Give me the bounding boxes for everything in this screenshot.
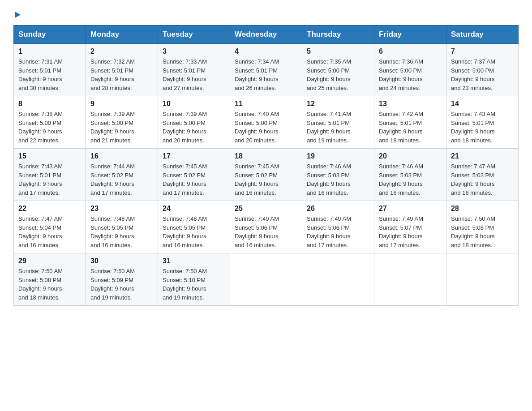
calendar-cell: 24Sunrise: 7:48 AMSunset: 5:05 PMDayligh… xyxy=(158,201,230,253)
calendar-cell: 16Sunrise: 7:44 AMSunset: 5:02 PMDayligh… xyxy=(86,149,158,201)
day-info: Sunrise: 7:44 AMSunset: 5:02 PMDaylight:… xyxy=(90,162,153,197)
day-info: Sunrise: 7:49 AMSunset: 5:06 PMDaylight:… xyxy=(307,214,369,249)
calendar-cell: 1Sunrise: 7:31 AMSunset: 5:01 PMDaylight… xyxy=(14,44,86,96)
day-info: Sunrise: 7:36 AMSunset: 5:00 PMDaylight:… xyxy=(379,57,442,92)
calendar-cell: 4Sunrise: 7:34 AMSunset: 5:01 PMDaylight… xyxy=(230,44,302,96)
calendar-cell xyxy=(230,253,302,306)
day-number: 16 xyxy=(90,152,153,160)
calendar-cell: 6Sunrise: 7:36 AMSunset: 5:00 PMDaylight… xyxy=(374,44,446,96)
week-row-3: 15Sunrise: 7:43 AMSunset: 5:01 PMDayligh… xyxy=(14,149,519,201)
day-info: Sunrise: 7:48 AMSunset: 5:05 PMDaylight:… xyxy=(90,214,153,249)
day-info: Sunrise: 7:35 AMSunset: 5:00 PMDaylight:… xyxy=(307,57,369,92)
day-number: 27 xyxy=(379,205,442,213)
day-info: Sunrise: 7:39 AMSunset: 5:00 PMDaylight:… xyxy=(90,110,153,145)
day-number: 10 xyxy=(163,100,225,108)
day-number: 26 xyxy=(307,205,369,213)
calendar-cell xyxy=(374,253,446,306)
calendar-cell: 12Sunrise: 7:41 AMSunset: 5:01 PMDayligh… xyxy=(302,96,374,149)
day-number: 1 xyxy=(18,47,81,56)
day-number: 25 xyxy=(235,205,297,213)
day-info: Sunrise: 7:45 AMSunset: 5:02 PMDaylight:… xyxy=(235,162,297,197)
week-row-5: 29Sunrise: 7:50 AMSunset: 5:08 PMDayligh… xyxy=(14,253,519,306)
day-info: Sunrise: 7:43 AMSunset: 5:01 PMDaylight:… xyxy=(451,110,514,145)
day-info: Sunrise: 7:45 AMSunset: 5:02 PMDaylight:… xyxy=(163,162,225,197)
calendar-cell: 28Sunrise: 7:50 AMSunset: 5:08 PMDayligh… xyxy=(446,201,519,253)
header-saturday: Saturday xyxy=(446,26,519,44)
day-number: 24 xyxy=(163,205,225,213)
day-info: Sunrise: 7:41 AMSunset: 5:01 PMDaylight:… xyxy=(307,110,369,145)
day-info: Sunrise: 7:50 AMSunset: 5:10 PMDaylight:… xyxy=(163,267,225,302)
calendar-cell: 11Sunrise: 7:40 AMSunset: 5:00 PMDayligh… xyxy=(230,96,302,149)
day-number: 19 xyxy=(307,152,369,160)
day-number: 9 xyxy=(90,100,153,108)
calendar-cell: 3Sunrise: 7:33 AMSunset: 5:01 PMDaylight… xyxy=(158,44,230,96)
calendar-cell: 23Sunrise: 7:48 AMSunset: 5:05 PMDayligh… xyxy=(86,201,158,253)
day-info: Sunrise: 7:33 AMSunset: 5:01 PMDaylight:… xyxy=(163,57,225,92)
calendar-cell: 15Sunrise: 7:43 AMSunset: 5:01 PMDayligh… xyxy=(14,149,86,201)
day-info: Sunrise: 7:42 AMSunset: 5:01 PMDaylight:… xyxy=(379,110,442,145)
calendar-cell: 17Sunrise: 7:45 AMSunset: 5:02 PMDayligh… xyxy=(158,149,230,201)
calendar-cell: 30Sunrise: 7:50 AMSunset: 5:09 PMDayligh… xyxy=(86,253,158,306)
calendar-cell: 22Sunrise: 7:47 AMSunset: 5:04 PMDayligh… xyxy=(14,201,86,253)
week-row-2: 8Sunrise: 7:38 AMSunset: 5:00 PMDaylight… xyxy=(14,96,519,149)
logo xyxy=(13,9,21,16)
calendar-cell: 29Sunrise: 7:50 AMSunset: 5:08 PMDayligh… xyxy=(14,253,86,306)
day-number: 28 xyxy=(451,205,514,213)
day-number: 3 xyxy=(163,47,225,56)
calendar-cell: 31Sunrise: 7:50 AMSunset: 5:10 PMDayligh… xyxy=(158,253,230,306)
page-header xyxy=(13,9,519,16)
day-number: 14 xyxy=(451,100,514,108)
header-tuesday: Tuesday xyxy=(158,26,230,44)
day-number: 30 xyxy=(90,257,153,265)
day-info: Sunrise: 7:46 AMSunset: 5:03 PMDaylight:… xyxy=(379,162,442,197)
header-thursday: Thursday xyxy=(302,26,374,44)
day-number: 11 xyxy=(235,100,297,108)
day-number: 2 xyxy=(90,47,153,56)
day-number: 13 xyxy=(379,100,442,108)
calendar-cell: 20Sunrise: 7:46 AMSunset: 5:03 PMDayligh… xyxy=(374,149,446,201)
day-number: 21 xyxy=(451,152,514,160)
calendar-table: SundayMondayTuesdayWednesdayThursdayFrid… xyxy=(13,25,519,306)
header-monday: Monday xyxy=(86,26,158,44)
day-info: Sunrise: 7:47 AMSunset: 5:03 PMDaylight:… xyxy=(451,162,514,197)
calendar-cell: 13Sunrise: 7:42 AMSunset: 5:01 PMDayligh… xyxy=(374,96,446,149)
calendar-cell: 19Sunrise: 7:46 AMSunset: 5:03 PMDayligh… xyxy=(302,149,374,201)
day-number: 8 xyxy=(18,100,81,108)
day-number: 20 xyxy=(379,152,442,160)
day-number: 12 xyxy=(307,100,369,108)
calendar-cell: 7Sunrise: 7:37 AMSunset: 5:00 PMDaylight… xyxy=(446,44,519,96)
calendar-cell: 27Sunrise: 7:49 AMSunset: 5:07 PMDayligh… xyxy=(374,201,446,253)
day-number: 22 xyxy=(18,205,81,213)
day-info: Sunrise: 7:50 AMSunset: 5:08 PMDaylight:… xyxy=(451,214,514,249)
day-number: 5 xyxy=(307,47,369,56)
calendar-header-row: SundayMondayTuesdayWednesdayThursdayFrid… xyxy=(14,26,519,44)
day-info: Sunrise: 7:40 AMSunset: 5:00 PMDaylight:… xyxy=(235,110,297,145)
day-info: Sunrise: 7:49 AMSunset: 5:06 PMDaylight:… xyxy=(235,214,297,249)
week-row-1: 1Sunrise: 7:31 AMSunset: 5:01 PMDaylight… xyxy=(14,44,519,96)
day-info: Sunrise: 7:49 AMSunset: 5:07 PMDaylight:… xyxy=(379,214,442,249)
header-friday: Friday xyxy=(374,26,446,44)
calendar-cell xyxy=(446,253,519,306)
calendar-cell: 18Sunrise: 7:45 AMSunset: 5:02 PMDayligh… xyxy=(230,149,302,201)
day-number: 31 xyxy=(163,257,225,265)
header-wednesday: Wednesday xyxy=(230,26,302,44)
calendar-cell: 9Sunrise: 7:39 AMSunset: 5:00 PMDaylight… xyxy=(86,96,158,149)
day-number: 18 xyxy=(235,152,297,160)
calendar-cell: 25Sunrise: 7:49 AMSunset: 5:06 PMDayligh… xyxy=(230,201,302,253)
calendar-cell: 8Sunrise: 7:38 AMSunset: 5:00 PMDaylight… xyxy=(14,96,86,149)
calendar-cell: 5Sunrise: 7:35 AMSunset: 5:00 PMDaylight… xyxy=(302,44,374,96)
day-info: Sunrise: 7:47 AMSunset: 5:04 PMDaylight:… xyxy=(18,214,81,249)
week-row-4: 22Sunrise: 7:47 AMSunset: 5:04 PMDayligh… xyxy=(14,201,519,253)
day-info: Sunrise: 7:50 AMSunset: 5:08 PMDaylight:… xyxy=(18,267,81,302)
calendar-cell: 2Sunrise: 7:32 AMSunset: 5:01 PMDaylight… xyxy=(86,44,158,96)
day-number: 7 xyxy=(451,47,514,56)
header-sunday: Sunday xyxy=(14,26,86,44)
day-info: Sunrise: 7:43 AMSunset: 5:01 PMDaylight:… xyxy=(18,162,81,197)
day-number: 17 xyxy=(163,152,225,160)
day-info: Sunrise: 7:37 AMSunset: 5:00 PMDaylight:… xyxy=(451,57,514,92)
calendar-cell: 26Sunrise: 7:49 AMSunset: 5:06 PMDayligh… xyxy=(302,201,374,253)
day-number: 29 xyxy=(18,257,81,265)
day-number: 4 xyxy=(235,47,297,56)
day-number: 15 xyxy=(18,152,81,160)
calendar-cell xyxy=(302,253,374,306)
